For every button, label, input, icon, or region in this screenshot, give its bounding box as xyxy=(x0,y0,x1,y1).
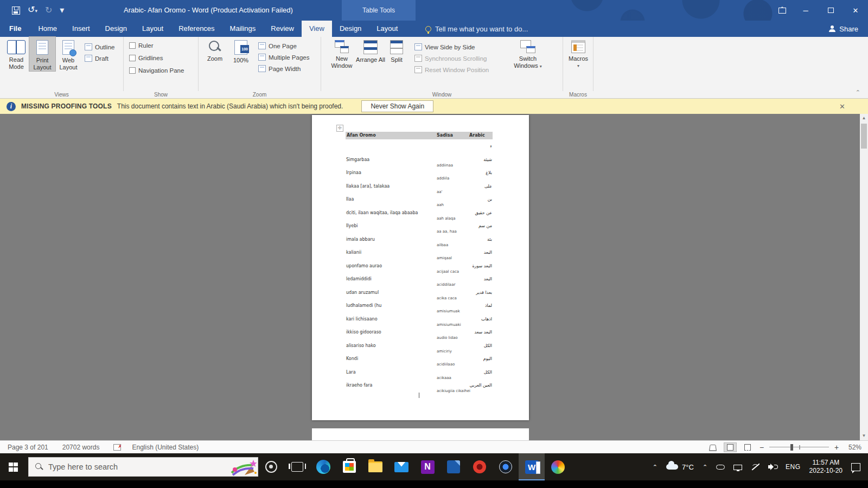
clock[interactable]: 11:57 AM 2022-10-20 xyxy=(809,459,843,475)
scrollbar-thumb[interactable] xyxy=(861,124,867,149)
edge-button[interactable] xyxy=(310,453,336,480)
never-show-again-button[interactable]: Never Show Again xyxy=(361,100,433,112)
wifi-off-icon[interactable] xyxy=(751,463,760,471)
paint3d-button[interactable] xyxy=(545,453,571,480)
onenote-button[interactable]: N xyxy=(414,453,441,480)
table-row[interactable]: Ilaa aah بن xyxy=(346,196,493,209)
web-layout-button[interactable]: Web Layout xyxy=(55,37,81,71)
page-width-button[interactable]: Page Width xyxy=(258,65,309,72)
table-row[interactable]: uponfamo aurao acijaal caca البعد سورة xyxy=(346,262,493,276)
snip-sketch-button[interactable] xyxy=(441,453,467,480)
read-mode-view-button[interactable] xyxy=(706,442,719,452)
redo-icon[interactable]: ↻ xyxy=(45,6,52,15)
close-message-icon[interactable]: ✕ xyxy=(839,102,845,111)
print-layout-button[interactable]: Print Layout xyxy=(29,37,55,71)
ribbon-tab[interactable]: Review xyxy=(263,21,302,37)
mail-button[interactable] xyxy=(388,453,414,480)
word-count[interactable]: 20702 words xyxy=(62,444,100,451)
search-input[interactable] xyxy=(48,463,200,471)
table-move-handle[interactable]: ✛ xyxy=(336,125,343,132)
proofing-errors-icon[interactable] xyxy=(113,444,121,451)
table-row[interactable]: Kondi acidiilaao اليوم xyxy=(346,355,493,369)
zoom-out-button[interactable]: − xyxy=(758,443,765,452)
minimize-button[interactable]: ─ xyxy=(793,0,818,21)
search-highlight-party-icon[interactable] xyxy=(229,459,257,476)
save-icon[interactable] xyxy=(12,7,20,15)
tell-me-box[interactable]: Tell me what you want to do... xyxy=(425,25,528,33)
print-layout-view-button[interactable] xyxy=(724,442,737,452)
table-row[interactable]: kalianii amiqaal البعد xyxy=(346,249,493,262)
ribbon-tab[interactable]: Layout xyxy=(369,21,405,37)
table-row[interactable]: udan aruzamul acika caca بعدا قدير xyxy=(346,289,493,303)
share-button[interactable]: Share xyxy=(819,21,868,37)
outline-button[interactable]: Outline xyxy=(85,43,114,50)
switch-windows-button[interactable]: Switch Windows ▾ xyxy=(511,37,545,70)
arrange-all-button[interactable]: Arrange All xyxy=(356,37,385,63)
ruler-checkbox[interactable]: Ruler xyxy=(129,42,198,49)
table-row[interactable]: Irpinaa addiila بلاغ xyxy=(346,169,493,183)
table-row[interactable]: ludhalamedi (hu amisiumuak لماذ xyxy=(346,302,493,316)
volume-icon[interactable] xyxy=(768,463,777,471)
document-page[interactable]: ✛ Afan Oromo Sadisa Arabic ء xyxy=(312,115,529,420)
task-view-button[interactable] xyxy=(284,453,310,480)
ribbon-tab[interactable]: View xyxy=(302,21,332,37)
word-taskbar-button[interactable]: W xyxy=(519,453,545,480)
new-window-button[interactable]: New Window xyxy=(328,37,356,69)
navigation-pane-checkbox[interactable]: Navigation Pane xyxy=(129,67,198,74)
ribbon-tab[interactable]: Home xyxy=(30,21,65,37)
zoom-slider[interactable] xyxy=(769,444,829,451)
table-row[interactable]: Ilyebi aa aa, haa من سم xyxy=(346,222,493,236)
collapse-ribbon-icon[interactable]: ⌃ xyxy=(856,89,860,96)
zoom-slider-thumb[interactable] xyxy=(790,444,793,451)
ethernet-icon[interactable] xyxy=(733,465,742,470)
zoom-100-button[interactable]: 100% xyxy=(228,37,254,64)
page-indicator[interactable]: Page 3 of 201 xyxy=(8,444,48,451)
file-explorer-button[interactable] xyxy=(362,453,388,480)
read-mode-button[interactable]: Read Mode xyxy=(3,37,29,70)
recorder-button[interactable] xyxy=(467,453,493,480)
multiple-pages-button[interactable]: Multiple Pages xyxy=(258,54,309,61)
zoom-button[interactable]: Zoom xyxy=(202,37,228,62)
customize-qat-icon[interactable]: ▾ xyxy=(60,6,64,15)
ribbon-tab[interactable]: Insert xyxy=(65,21,98,37)
table-row[interactable]: dciti, ilaan waqitaa, ilaqa abaaba aah a… xyxy=(346,209,493,223)
table-row[interactable]: ء xyxy=(346,143,493,156)
start-button[interactable] xyxy=(0,453,26,480)
close-button[interactable]: ✕ xyxy=(843,0,868,21)
onedrive-icon[interactable] xyxy=(716,463,725,471)
zoom-percentage[interactable]: 52% xyxy=(844,444,861,451)
one-page-button[interactable]: One Page xyxy=(258,42,309,49)
undo-icon[interactable]: ↺▾ xyxy=(28,5,37,15)
scroll-up-icon[interactable]: ▲ xyxy=(860,114,868,123)
table-row[interactable]: ikkiso gidooraso audio lidao البعد سعد xyxy=(346,329,493,342)
vertical-scrollbar[interactable]: ▲ ▼ xyxy=(860,114,868,440)
ribbon-tab[interactable]: Design xyxy=(332,21,369,37)
ribbon-tab[interactable]: References xyxy=(171,21,222,37)
table-row[interactable]: Lara acikaaa الكل xyxy=(346,369,493,382)
action-center-icon[interactable] xyxy=(851,463,860,471)
ribbon-tab[interactable]: Layout xyxy=(135,21,171,37)
cortana-button[interactable] xyxy=(258,453,284,480)
draft-button[interactable]: Draft xyxy=(85,55,114,62)
microsoft-store-button[interactable] xyxy=(336,453,362,480)
table-row[interactable]: imala abbaru ailbaa بئة xyxy=(346,236,493,249)
weather-widget[interactable]: 7°C xyxy=(666,463,694,471)
maximize-button[interactable] xyxy=(818,0,843,21)
table-row[interactable]: ledamiddidi aciddilaar البعد xyxy=(346,275,493,289)
camera-button[interactable] xyxy=(493,453,519,480)
scroll-down-icon[interactable]: ▼ xyxy=(860,432,868,440)
ribbon-display-options-icon[interactable] xyxy=(771,0,793,21)
table-row[interactable]: kari lichisaano amisiumuaki اذهاب xyxy=(346,316,493,329)
web-layout-view-button[interactable] xyxy=(741,442,754,452)
split-button[interactable]: Split xyxy=(385,37,408,63)
input-language[interactable]: ENG xyxy=(786,463,801,471)
ribbon-tab[interactable]: Mailings xyxy=(222,21,264,37)
hidden-icons-chevron[interactable]: ⌃ xyxy=(653,464,658,471)
language-indicator[interactable]: English (United States) xyxy=(132,444,199,451)
ribbon-tab[interactable]: File xyxy=(0,21,30,37)
view-side-by-side-button[interactable]: View Side by Side xyxy=(414,43,511,50)
gridlines-checkbox[interactable]: Gridlines xyxy=(129,55,198,61)
table-row[interactable]: alisariso hako amiciriy الكل xyxy=(346,342,493,356)
tray-chevron[interactable]: ⌃ xyxy=(703,464,707,471)
table-row[interactable]: Ilakaa [ara], talakaa aa' على xyxy=(346,183,493,196)
